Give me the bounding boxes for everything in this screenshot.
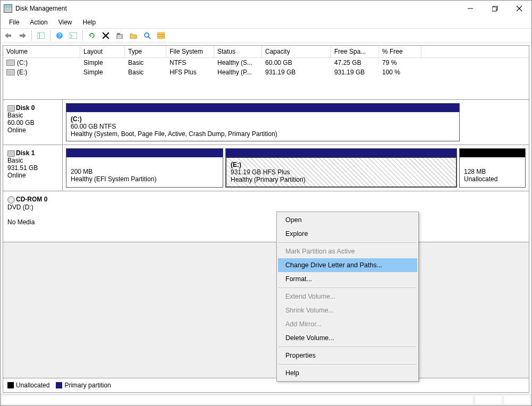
disk-block-0: Disk 0 Basic 60.00 GB Online (C:) 60.00 … bbox=[3, 100, 529, 145]
partition-name: (C:) bbox=[71, 115, 82, 123]
forward-button[interactable] bbox=[16, 30, 28, 41]
ctx-change-drive-letter[interactable]: Change Drive Letter and Paths... bbox=[278, 258, 417, 272]
col-layout[interactable]: Layout bbox=[80, 46, 125, 57]
disk-type: Basic bbox=[7, 112, 23, 119]
partition-size: 128 MB bbox=[464, 168, 486, 175]
col-free[interactable]: Free Spa... bbox=[331, 46, 379, 57]
volume-fs: NTFS bbox=[166, 58, 214, 67]
partition-bar bbox=[460, 149, 525, 157]
disk-size: 931.51 GB bbox=[7, 164, 38, 172]
volume-status: Healthy (S... bbox=[214, 58, 262, 67]
legend-primary: Primary partition bbox=[64, 382, 111, 389]
properties-button[interactable] bbox=[114, 30, 125, 41]
app-icon bbox=[4, 4, 12, 13]
svg-rect-14 bbox=[117, 35, 122, 39]
partition-unallocated[interactable]: 128 MB Unallocated bbox=[459, 148, 526, 188]
svg-rect-18 bbox=[157, 32, 165, 39]
list-view-button[interactable] bbox=[155, 30, 167, 41]
svg-point-16 bbox=[145, 33, 149, 37]
disk-title: Disk 1 bbox=[16, 149, 35, 157]
col-type[interactable]: Type bbox=[125, 46, 166, 57]
ctx-mark-active: Mark Partition as Active bbox=[278, 244, 417, 258]
ctx-format[interactable]: Format... bbox=[278, 272, 417, 286]
disk-state: No Media bbox=[7, 218, 35, 226]
minimize-button[interactable] bbox=[458, 1, 483, 16]
legend-unallocated: Unallocated bbox=[16, 382, 49, 389]
svg-rect-6 bbox=[20, 35, 23, 37]
volume-pfree: 100 % bbox=[379, 67, 421, 77]
statusbar-segment bbox=[475, 395, 502, 405]
volume-pfree: 79 % bbox=[379, 58, 421, 67]
volume-free: 47.25 GB bbox=[331, 58, 379, 67]
partition-name: (E:) bbox=[231, 161, 241, 168]
ctx-explore[interactable]: Explore bbox=[278, 227, 417, 241]
ctx-properties[interactable]: Properties bbox=[278, 349, 417, 362]
search-button[interactable] bbox=[141, 30, 153, 41]
partition-e[interactable]: (E:) 931.19 GB HFS Plus Healthy (Primary… bbox=[225, 148, 457, 188]
disk-state: Online bbox=[7, 172, 26, 179]
volume-layout: Simple bbox=[80, 67, 125, 77]
cdrom-icon bbox=[7, 196, 15, 204]
toolbar-separator bbox=[82, 30, 83, 41]
ctx-open[interactable]: Open bbox=[278, 213, 417, 227]
partition-status: Healthy (Primary Partition) bbox=[231, 176, 306, 183]
partition-efi[interactable]: 200 MB Healthy (EFI System Partition) bbox=[66, 148, 223, 188]
show-hide-console-button[interactable] bbox=[35, 30, 47, 41]
menu-view[interactable]: View bbox=[53, 18, 78, 27]
menu-file[interactable]: File bbox=[4, 18, 24, 27]
menu-help[interactable]: Help bbox=[78, 18, 102, 27]
menu-action[interactable]: Action bbox=[24, 18, 53, 27]
svg-rect-7 bbox=[37, 32, 45, 39]
disk-info[interactable]: CD-ROM 0 DVD (D:) No Media bbox=[3, 191, 63, 242]
menubar: File Action View Help bbox=[1, 16, 531, 28]
col-volume[interactable]: Volume bbox=[3, 46, 80, 57]
context-menu-separator bbox=[278, 364, 417, 365]
legend: Unallocated Primary partition bbox=[3, 378, 529, 392]
delete-button[interactable] bbox=[100, 30, 112, 41]
svg-line-17 bbox=[148, 37, 150, 39]
col-percent-free[interactable]: % Free bbox=[379, 46, 421, 57]
close-button[interactable] bbox=[507, 1, 531, 16]
svg-text:?: ? bbox=[58, 33, 61, 39]
ctx-delete-volume[interactable]: Delete Volume... bbox=[278, 331, 417, 345]
svg-rect-15 bbox=[117, 33, 120, 35]
disk-block-1: Disk 1 Basic 931.51 GB Online 200 MB Hea… bbox=[3, 145, 529, 191]
volume-row[interactable]: (E:) Simple Basic HFS Plus Healthy (P...… bbox=[3, 67, 529, 77]
volume-name: (C:) bbox=[17, 59, 28, 66]
statusbar-main bbox=[1, 395, 474, 405]
titlebar: Disk Management bbox=[1, 1, 531, 16]
disk-info[interactable]: Disk 0 Basic 60.00 GB Online bbox=[3, 100, 63, 145]
disk-info[interactable]: Disk 1 Basic 931.51 GB Online bbox=[3, 145, 63, 191]
context-menu-separator bbox=[278, 346, 417, 347]
disk-state: Online bbox=[7, 126, 26, 134]
col-capacity[interactable]: Capacity bbox=[262, 46, 331, 57]
context-menu: Open Explore Mark Partition as Active Ch… bbox=[276, 212, 419, 382]
ctx-help[interactable]: Help bbox=[278, 366, 417, 380]
partition-size: 60.00 GB NTFS bbox=[71, 123, 116, 130]
disk-size: 60.00 GB bbox=[7, 119, 35, 126]
partition-c[interactable]: (C:) 60.00 GB NTFS Healthy (System, Boot… bbox=[66, 103, 460, 141]
legend-swatch-primary bbox=[56, 382, 62, 388]
context-menu-separator bbox=[278, 242, 417, 243]
volume-row[interactable]: (C:) Simple Basic NTFS Healthy (S... 60.… bbox=[3, 58, 529, 67]
back-button[interactable] bbox=[3, 30, 14, 41]
disk-title: CD-ROM 0 bbox=[16, 196, 47, 203]
volume-capacity: 60.00 GB bbox=[262, 58, 331, 67]
col-filesystem[interactable]: File System bbox=[166, 46, 214, 57]
disk-block-cdrom: CD-ROM 0 DVD (D:) No Media bbox=[3, 191, 529, 242]
partition-size: 200 MB bbox=[71, 168, 92, 175]
maximize-button[interactable] bbox=[483, 1, 507, 16]
ctx-shrink-volume: Shrink Volume... bbox=[278, 303, 417, 317]
disk-icon bbox=[7, 105, 15, 112]
help-button[interactable]: ? bbox=[54, 30, 65, 41]
refresh-button[interactable] bbox=[86, 30, 98, 41]
volume-list[interactable]: Volume Layout Type File System Status Ca… bbox=[3, 45, 529, 100]
partition-status: Unallocated bbox=[464, 175, 497, 183]
context-menu-separator bbox=[278, 287, 417, 288]
toolbar: ? bbox=[1, 28, 531, 43]
open-folder-button[interactable] bbox=[128, 30, 139, 41]
settings-button[interactable] bbox=[67, 30, 79, 41]
col-status[interactable]: Status bbox=[214, 46, 262, 57]
volume-capacity: 931.19 GB bbox=[262, 67, 331, 77]
volume-list-header: Volume Layout Type File System Status Ca… bbox=[3, 46, 529, 58]
